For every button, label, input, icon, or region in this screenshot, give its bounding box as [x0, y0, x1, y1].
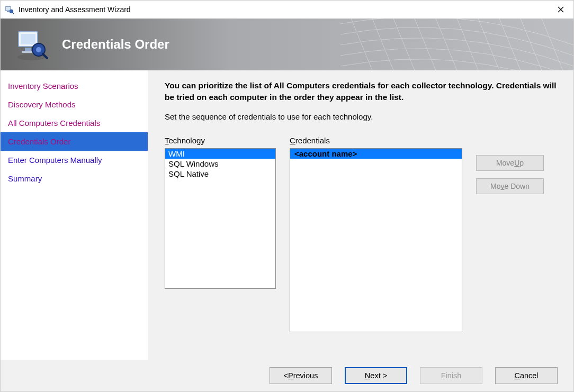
sidebar-item-summary[interactable]: Summary: [1, 169, 148, 188]
technology-column: Technology WMI SQL Windows SQL Native: [165, 136, 276, 289]
finish-button[interactable]: Finish: [420, 367, 482, 384]
move-up-button[interactable]: Move Up: [476, 155, 544, 171]
move-buttons-column: Move Up Move Down: [476, 136, 544, 194]
svg-line-3: [13, 13, 14, 14]
technology-item-sql-windows[interactable]: SQL Windows: [165, 159, 275, 169]
technology-label: Technology: [165, 136, 276, 145]
window-title: Inventory and Assessment Wizard: [19, 5, 549, 14]
header-banner: Credentials Order: [1, 19, 573, 70]
footer-buttons: < Previous Next > Finish Cancel: [1, 360, 573, 391]
spacer: [476, 136, 544, 148]
move-down-button[interactable]: Move Down: [476, 178, 544, 194]
credentials-item-0[interactable]: <account name>: [290, 149, 462, 159]
technology-listbox[interactable]: WMI SQL Windows SQL Native: [165, 148, 276, 289]
credentials-listbox[interactable]: <account name>: [290, 148, 462, 332]
sidebar-item-enter-computers-manually[interactable]: Enter Computers Manually: [1, 151, 148, 169]
sidebar: Inventory Scenarios Discovery Methods Al…: [1, 70, 148, 360]
banner-mesh-decoration: [340, 19, 573, 70]
technology-item-wmi[interactable]: WMI: [165, 149, 275, 159]
titlebar: Inventory and Assessment Wizard: [1, 1, 573, 19]
close-button[interactable]: [549, 2, 572, 17]
previous-button[interactable]: < Previous: [270, 367, 332, 384]
banner-icon: [14, 28, 48, 61]
page-subheading: Set the sequence of credentials to use f…: [165, 112, 557, 121]
sidebar-item-credentials-order[interactable]: Credentials Order: [1, 132, 148, 151]
svg-rect-8: [21, 34, 35, 44]
banner-title: Credentials Order: [62, 37, 169, 52]
columns-wrap: Technology WMI SQL Windows SQL Native Cr…: [165, 136, 557, 332]
sidebar-item-discovery-methods[interactable]: Discovery Methods: [1, 95, 148, 114]
technology-item-sql-native[interactable]: SQL Native: [165, 169, 275, 179]
next-button[interactable]: Next >: [345, 367, 407, 384]
svg-rect-1: [7, 11, 10, 12]
svg-point-12: [36, 47, 41, 52]
app-icon: [5, 5, 14, 14]
svg-rect-9: [25, 48, 31, 51]
credentials-column: Credentials <account name>: [290, 136, 462, 332]
content-pane: You can prioritize the list of All Compu…: [148, 70, 573, 360]
sidebar-item-all-computers-credentials[interactable]: All Computers Credentials: [1, 114, 148, 132]
page-heading: You can prioritize the list of All Compu…: [165, 80, 557, 103]
wizard-body: Inventory Scenarios Discovery Methods Al…: [1, 70, 573, 360]
sidebar-item-inventory-scenarios[interactable]: Inventory Scenarios: [1, 77, 148, 95]
credentials-label: Credentials: [290, 136, 462, 145]
cancel-button[interactable]: Cancel: [495, 367, 558, 384]
